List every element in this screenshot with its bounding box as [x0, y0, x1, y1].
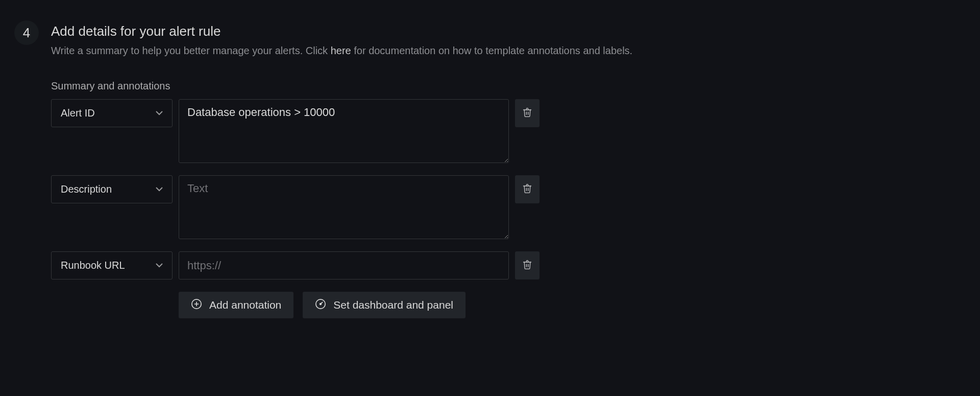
chevron-down-icon [156, 183, 163, 195]
add-annotation-label: Add annotation [209, 299, 281, 311]
chevron-down-icon [156, 107, 163, 119]
annotation-key-label: Description [61, 183, 112, 195]
plus-circle-icon [191, 298, 202, 312]
chevron-down-icon [156, 260, 163, 271]
annotation-row: Description [51, 175, 980, 239]
trash-icon [522, 107, 532, 120]
delete-annotation-button[interactable] [515, 251, 540, 279]
docs-link[interactable]: here [331, 45, 351, 56]
set-dashboard-label: Set dashboard and panel [333, 299, 453, 311]
annotation-key-select[interactable]: Runbook URL [51, 251, 173, 279]
annotation-key-select[interactable]: Alert ID [51, 99, 173, 127]
step-title: Add details for your alert rule [51, 24, 632, 39]
delete-annotation-button[interactable] [515, 99, 540, 127]
step-desc-text-after: for documentation on how to template ann… [351, 45, 632, 56]
trash-icon [522, 259, 532, 272]
annotation-row: Runbook URL [51, 251, 980, 279]
annotation-key-label: Runbook URL [61, 260, 125, 271]
annotation-row: Alert ID [51, 99, 980, 163]
add-annotation-button[interactable]: Add annotation [179, 292, 293, 318]
annotation-value-textarea[interactable] [179, 175, 509, 239]
set-dashboard-button[interactable]: Set dashboard and panel [303, 292, 465, 318]
trash-icon [522, 183, 532, 196]
dashboard-icon [315, 298, 326, 312]
step-number-badge: 4 [14, 20, 39, 45]
section-label: Summary and annotations [51, 80, 980, 92]
svg-point-10 [320, 303, 322, 305]
annotation-value-input[interactable] [179, 251, 509, 279]
annotation-value-textarea[interactable] [179, 99, 509, 163]
step-desc-text: Write a summary to help you better manag… [51, 45, 331, 56]
annotation-key-select[interactable]: Description [51, 175, 173, 203]
delete-annotation-button[interactable] [515, 175, 540, 203]
annotation-key-label: Alert ID [61, 107, 95, 119]
step-description: Write a summary to help you better manag… [51, 43, 632, 58]
